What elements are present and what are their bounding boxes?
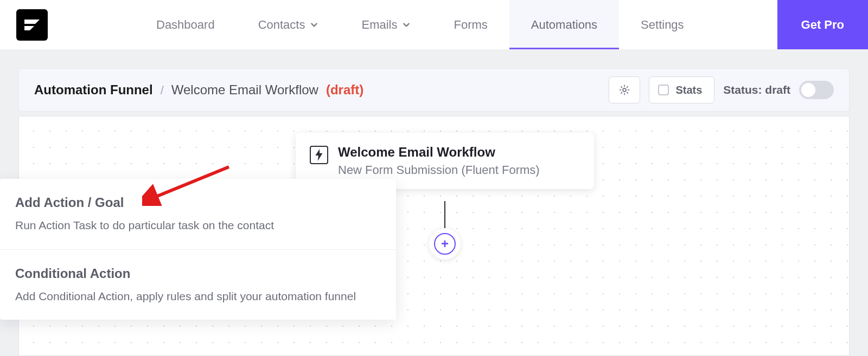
breadcrumb-sep: / bbox=[161, 83, 164, 98]
nav-label: Automations bbox=[531, 18, 597, 32]
breadcrumb-root[interactable]: Automation Funnel bbox=[34, 82, 153, 98]
get-pro-label: Get Pro bbox=[801, 18, 844, 32]
workflow-toolbar: Automation Funnel / Welcome Email Workfl… bbox=[18, 68, 850, 112]
nav-label: Dashboard bbox=[156, 18, 215, 32]
logo-icon bbox=[22, 15, 42, 35]
top-nav: Dashboard Contacts Emails Forms Automati… bbox=[0, 0, 868, 50]
nav-label: Contacts bbox=[258, 18, 305, 32]
plus-icon: + bbox=[434, 233, 456, 255]
breadcrumb: Automation Funnel / Welcome Email Workfl… bbox=[34, 82, 363, 98]
toggle-knob bbox=[801, 83, 815, 97]
chevron-down-icon bbox=[403, 21, 410, 29]
lightning-icon bbox=[310, 146, 328, 164]
popup-item-title: Conditional Action bbox=[15, 266, 381, 281]
breadcrumb-workflow-name: Welcome Email Workflow bbox=[171, 82, 318, 98]
node-text: Welcome Email Workflow New Form Submissi… bbox=[338, 145, 540, 177]
node-title: Welcome Email Workflow bbox=[338, 145, 540, 160]
app-logo[interactable] bbox=[16, 9, 48, 41]
nav-automations[interactable]: Automations bbox=[509, 0, 619, 49]
stats-label: Stats bbox=[675, 84, 702, 96]
nav-items: Dashboard Contacts Emails Forms Automati… bbox=[135, 0, 706, 49]
nav-label: Emails bbox=[361, 18, 397, 32]
chevron-down-icon bbox=[310, 21, 318, 29]
node-subtitle: New Form Submission (Fluent Forms) bbox=[338, 163, 540, 177]
nav-label: Forms bbox=[454, 18, 487, 32]
breadcrumb-draft-tag: (draft) bbox=[326, 82, 363, 98]
gear-icon bbox=[618, 84, 630, 96]
get-pro-button[interactable]: Get Pro bbox=[777, 0, 868, 49]
status-label: Status: draft bbox=[723, 83, 790, 96]
stats-toggle-button[interactable]: Stats bbox=[649, 76, 714, 103]
popup-item-desc: Add Conditional Action, apply rules and … bbox=[15, 288, 381, 305]
add-step-popup: Add Action / Goal Run Action Task to do … bbox=[0, 179, 396, 320]
settings-button[interactable] bbox=[609, 76, 640, 103]
nav-emails[interactable]: Emails bbox=[340, 0, 432, 49]
checkbox-icon bbox=[658, 85, 669, 95]
nav-settings[interactable]: Settings bbox=[619, 0, 706, 49]
popup-item-add-action[interactable]: Add Action / Goal Run Action Task to do … bbox=[0, 179, 396, 249]
add-step-button[interactable]: + bbox=[429, 228, 461, 260]
connector-line bbox=[444, 201, 445, 229]
nav-dashboard[interactable]: Dashboard bbox=[135, 0, 237, 49]
status-toggle[interactable] bbox=[799, 81, 834, 99]
popup-item-desc: Run Action Task to do particular task on… bbox=[15, 217, 381, 234]
nav-forms[interactable]: Forms bbox=[432, 0, 509, 49]
svg-point-0 bbox=[623, 88, 626, 92]
popup-item-conditional-action[interactable]: Conditional Action Add Conditional Actio… bbox=[0, 249, 396, 320]
popup-item-title: Add Action / Goal bbox=[15, 195, 381, 210]
nav-label: Settings bbox=[641, 18, 684, 32]
nav-contacts[interactable]: Contacts bbox=[237, 0, 340, 49]
toolbar-right: Stats Status: draft bbox=[609, 76, 834, 103]
